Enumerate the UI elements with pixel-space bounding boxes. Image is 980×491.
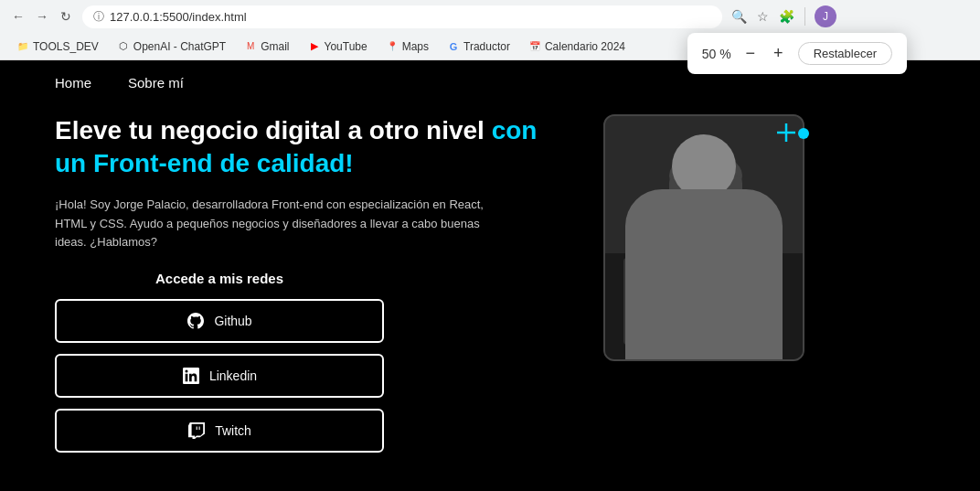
linkedin-button[interactable]: Linkedin	[55, 354, 384, 398]
url-bar[interactable]: ⓘ 127.0.0.1:5500/index.html	[82, 5, 722, 28]
svg-point-11	[655, 212, 756, 285]
nav-about[interactable]: Sobre mí	[128, 75, 184, 91]
bookmark-calendario-label: Calendario 2024	[545, 40, 625, 53]
google-icon: G	[447, 40, 460, 53]
bookmark-tools-dev[interactable]: 📁 TOOLS_DEV	[9, 38, 106, 55]
zoom-minus-button[interactable]: −	[742, 44, 760, 63]
openai-icon: ⬡	[117, 40, 130, 53]
bookmark-calendario[interactable]: 📅 Calendario 2024	[521, 38, 633, 55]
svg-point-7	[735, 273, 750, 288]
zoom-popup: 50 % − + Restablecer	[687, 33, 907, 74]
bookmark-youtube-label: YouTube	[325, 40, 368, 53]
github-button[interactable]: Github	[55, 299, 384, 343]
bookmark-traductor[interactable]: G Traductor	[440, 38, 517, 55]
browser-controls: 🔍 ☆ 🧩 J	[730, 5, 836, 27]
profile-icon[interactable]: J	[815, 5, 836, 27]
url-text: 127.0.0.1:5500/index.html	[110, 10, 247, 24]
bookmark-chatgpt-label: OpenAI - ChatGPT	[133, 40, 226, 53]
bookmark-traductor-label: Traductor	[463, 40, 510, 53]
cyan-arc-decoration	[745, 302, 818, 375]
linkedin-label: Linkedin	[209, 368, 257, 383]
bookmark-gmail-label: Gmail	[261, 40, 289, 53]
svg-point-4	[631, 274, 653, 296]
github-icon	[186, 312, 205, 330]
address-bar: ← → ↻ ⓘ 127.0.0.1:5500/index.html 🔍 ☆ 🧩 …	[0, 0, 980, 33]
svg-point-17	[709, 191, 720, 206]
twitch-button[interactable]: Twitch	[55, 409, 384, 453]
hero-title-part1: Eleve tu negocio digital a otro nivel	[55, 116, 492, 144]
zoom-reset-button[interactable]: Restablecer	[798, 42, 892, 65]
bookmark-tools-dev-label: TOOLS_DEV	[33, 40, 99, 53]
svg-rect-8	[655, 308, 672, 325]
svg-point-9	[707, 304, 723, 321]
nav-home[interactable]: Home	[55, 75, 91, 91]
svg-rect-14	[669, 176, 683, 230]
folder-icon: 📁	[16, 40, 29, 53]
website-content: Home Sobre mí Eleve tu negocio digital a…	[0, 60, 980, 491]
hero-section: Eleve tu negocio digital a otro nivel co…	[0, 105, 980, 464]
forward-button[interactable]: →	[33, 7, 51, 26]
svg-point-12	[671, 155, 740, 232]
bookmark-maps-label: Maps	[402, 40, 429, 53]
search-icon[interactable]: 🔍	[730, 7, 748, 26]
lock-icon: ⓘ	[93, 9, 104, 25]
bookmark-chatgpt[interactable]: ⬡ OpenAI - ChatGPT	[110, 38, 233, 55]
svg-point-13	[669, 153, 742, 198]
cyan-dot-decoration	[798, 128, 809, 139]
svg-point-19	[745, 320, 800, 375]
back-button[interactable]: ←	[9, 7, 27, 26]
social-section: Accede a mis redes Github	[55, 271, 384, 453]
zoom-plus-button[interactable]: +	[770, 44, 787, 63]
bookmark-maps[interactable]: 📍 Maps	[378, 38, 436, 55]
svg-point-5	[669, 285, 687, 304]
star-icon[interactable]: ☆	[753, 7, 772, 26]
github-label: Github	[214, 314, 251, 328]
twitch-label: Twitch	[215, 423, 251, 438]
svg-rect-15	[729, 176, 742, 230]
hero-description: ¡Hola! Soy Jorge Palacio, desarrolladora…	[55, 196, 494, 252]
youtube-icon: ▶	[308, 40, 321, 53]
twitch-icon	[187, 422, 206, 440]
svg-rect-6	[697, 276, 715, 294]
maps-icon: 📍	[386, 40, 399, 53]
linkedin-icon	[182, 367, 200, 385]
reload-button[interactable]: ↻	[57, 7, 75, 26]
bookmark-gmail[interactable]: M Gmail	[237, 38, 296, 55]
cyan-cross-decoration	[777, 123, 795, 142]
extensions-icon[interactable]: 🧩	[777, 7, 795, 26]
hero-content: Eleve tu negocio digital a otro nivel co…	[55, 114, 567, 464]
zoom-level: 50 %	[702, 47, 731, 61]
svg-point-16	[691, 191, 702, 206]
svg-point-18	[660, 230, 751, 285]
calendar-icon: 📅	[528, 40, 541, 53]
hero-title: Eleve tu negocio digital a otro nivel co…	[55, 114, 567, 181]
hero-image-container	[603, 114, 814, 370]
social-title: Accede a mis redes	[55, 271, 384, 286]
gmail-icon: M	[244, 40, 257, 53]
bookmark-youtube[interactable]: ▶ YouTube	[301, 38, 375, 55]
